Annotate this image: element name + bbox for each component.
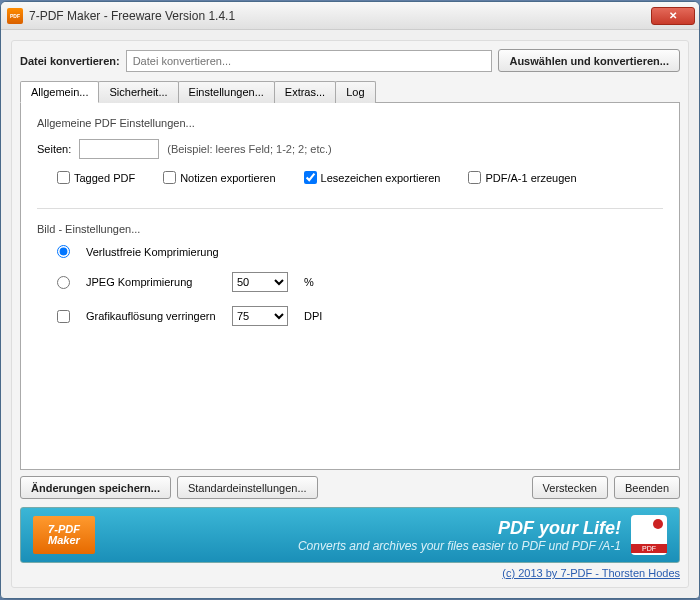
cb-notes-input[interactable]	[163, 171, 176, 184]
tab-security[interactable]: Sicherheit...	[98, 81, 178, 103]
defaults-button[interactable]: Standardeinstellungen...	[177, 476, 318, 499]
copyright-link[interactable]: (c) 2013 by 7-PDF - Thorsten Hodes	[502, 567, 680, 579]
divider	[37, 208, 663, 209]
banner-subtitle: Converts and archives your files easier …	[107, 539, 621, 553]
tab-panel-general: Allgemeine PDF Einstellungen... Seiten: …	[20, 103, 680, 470]
tab-general[interactable]: Allgemein...	[20, 81, 99, 103]
cb-reduce[interactable]	[57, 310, 70, 323]
tabstrip: Allgemein... Sicherheit... Einstellungen…	[20, 80, 680, 103]
pages-row: Seiten: (Beispiel: leeres Feld; 1-2; 2; …	[37, 139, 663, 159]
convert-label: Datei konvertieren:	[20, 55, 120, 67]
cb-bookmarks[interactable]: Lesezeichen exportieren	[304, 171, 441, 184]
pages-label: Seiten:	[37, 143, 71, 155]
radio-lossless-label: Verlustfreie Komprimierung	[86, 246, 219, 258]
titlebar: PDF 7-PDF Maker - Freeware Version 1.4.1…	[1, 2, 699, 30]
pages-hint: (Beispiel: leeres Feld; 1-2; 2; etc.)	[167, 143, 331, 155]
hide-button[interactable]: Verstecken	[532, 476, 608, 499]
save-changes-button[interactable]: Änderungen speichern...	[20, 476, 171, 499]
radio-jpeg-row: JPEG Komprimierung 50 %	[37, 272, 663, 292]
convert-row: Datei konvertieren: Auswählen und konver…	[20, 49, 680, 72]
copyright: (c) 2013 by 7-PDF - Thorsten Hodes	[20, 567, 680, 579]
tab-extras[interactable]: Extras...	[274, 81, 336, 103]
radio-jpeg-label: JPEG Komprimierung	[86, 276, 216, 288]
banner-logo: 7-PDF Maker	[33, 516, 95, 554]
app-window: PDF 7-PDF Maker - Freeware Version 1.4.1…	[0, 1, 700, 599]
client-area: Datei konvertieren: Auswählen und konver…	[11, 40, 689, 588]
pages-input[interactable]	[79, 139, 159, 159]
banner-logo-line2: Maker	[48, 535, 80, 546]
jpeg-quality-combo[interactable]: 50	[232, 272, 288, 292]
dpi-combo[interactable]: 75	[232, 306, 288, 326]
banner: 7-PDF Maker PDF your Life! Converts and …	[20, 507, 680, 563]
file-input[interactable]	[126, 50, 493, 72]
cb-notes-label: Notizen exportieren	[180, 172, 275, 184]
general-heading: Allgemeine PDF Einstellungen...	[37, 117, 663, 129]
pdf-icon	[631, 515, 667, 555]
image-heading: Bild - Einstellungen...	[37, 223, 663, 235]
quit-button[interactable]: Beenden	[614, 476, 680, 499]
cb-tagged-input[interactable]	[57, 171, 70, 184]
bottom-button-row: Änderungen speichern... Standardeinstell…	[20, 476, 680, 499]
cb-tagged-label: Tagged PDF	[74, 172, 135, 184]
tab-settings[interactable]: Einstellungen...	[178, 81, 275, 103]
radio-lossless-row: Verlustfreie Komprimierung	[37, 245, 663, 258]
reduce-label: Grafikauflösung verringern	[86, 310, 216, 322]
window-title: 7-PDF Maker - Freeware Version 1.4.1	[29, 9, 651, 23]
app-icon: PDF	[7, 8, 23, 24]
cb-tagged[interactable]: Tagged PDF	[57, 171, 135, 184]
percent-label: %	[304, 276, 314, 288]
banner-text: PDF your Life! Converts and archives you…	[107, 518, 621, 553]
dpi-label: DPI	[304, 310, 322, 322]
tab-log[interactable]: Log	[335, 81, 375, 103]
cb-bookmarks-input[interactable]	[304, 171, 317, 184]
cb-pdfa-input[interactable]	[468, 171, 481, 184]
banner-title: PDF your Life!	[107, 518, 621, 539]
cb-notes[interactable]: Notizen exportieren	[163, 171, 275, 184]
checkbox-row: Tagged PDF Notizen exportieren Lesezeich…	[37, 171, 663, 184]
radio-jpeg[interactable]	[57, 276, 70, 289]
spacer	[324, 476, 526, 499]
select-convert-button[interactable]: Auswählen und konvertieren...	[498, 49, 680, 72]
close-button[interactable]: ✕	[651, 7, 695, 25]
reduce-row: Grafikauflösung verringern 75 DPI	[37, 306, 663, 326]
cb-bookmarks-label: Lesezeichen exportieren	[321, 172, 441, 184]
cb-pdfa-label: PDF/A-1 erzeugen	[485, 172, 576, 184]
radio-lossless[interactable]	[57, 245, 70, 258]
cb-pdfa[interactable]: PDF/A-1 erzeugen	[468, 171, 576, 184]
